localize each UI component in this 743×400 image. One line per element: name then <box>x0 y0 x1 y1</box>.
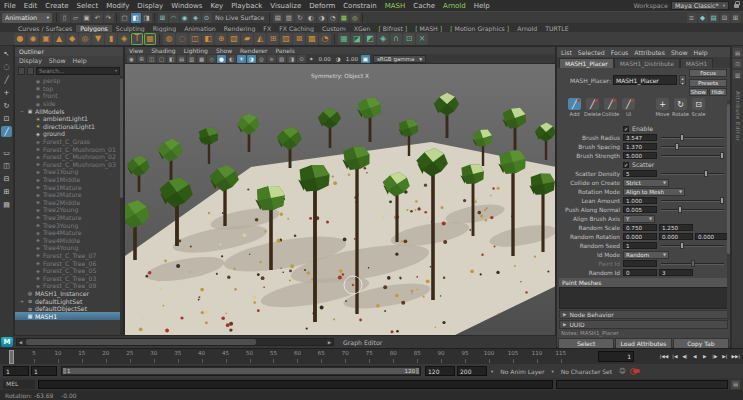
extrude-tool-icon[interactable]: ▧ <box>228 33 240 45</box>
slider-handle[interactable] <box>680 134 684 141</box>
mash-paint-icon[interactable]: ◪ <box>351 33 363 45</box>
poly-cylinder-icon[interactable]: ▮ <box>105 33 117 45</box>
slider[interactable] <box>661 242 724 249</box>
shelf-tab-polygons[interactable]: Polygons <box>76 25 112 32</box>
value-field[interactable]: 0.005 <box>623 206 657 213</box>
viewport-scene-svg[interactable] <box>125 64 555 335</box>
placer-rotate-tool[interactable]: ↻Rotate <box>673 98 688 124</box>
section-uuid[interactable]: ▶UUID <box>559 320 728 329</box>
combine-tool-icon[interactable]: ◧ <box>202 33 214 45</box>
shelf-tab-animation[interactable]: Animation <box>180 25 220 32</box>
value-field[interactable]: 0.000 <box>623 233 657 240</box>
ae-menu-focus[interactable]: Focus <box>611 49 629 56</box>
workspace-select[interactable]: Maya Classic* ▾ <box>671 1 729 10</box>
slider-handle[interactable] <box>675 143 679 150</box>
outliner-item-Tree3Mature[interactable]: ◈Tree3Mature <box>15 214 123 222</box>
focus-button[interactable]: Focus <box>689 69 727 77</box>
placer-scale-tool[interactable]: ⊡Scale <box>691 98 706 124</box>
ae-menu-attributes[interactable]: Attributes <box>634 49 665 56</box>
wireframe-icon[interactable]: ◇ <box>207 55 216 63</box>
time-slider[interactable]: 1 |◀◀|◀◀|◀▶|▶▶|▶▶| 510152025303540455055… <box>0 348 743 364</box>
outliner-item-Forest_C_Tree_05[interactable]: ◈Forest_C_Tree_05 <box>15 267 123 275</box>
ae-tab-MASH1_Distribute[interactable]: MASH1_Distribute <box>614 58 680 68</box>
outliner-item-top[interactable]: ◉top <box>15 85 123 93</box>
menu-display[interactable]: Display <box>133 2 167 10</box>
attribute-editor-scrollbar[interactable] <box>727 100 730 320</box>
shelf-tab-rigging[interactable]: Rigging <box>149 25 180 32</box>
safe-title-icon[interactable]: ▦ <box>197 55 206 63</box>
shelf-tab-sculpting[interactable]: Sculpting <box>112 25 149 32</box>
placer-delete-tool[interactable]: ╱Delete <box>585 98 600 124</box>
isolate-select-icon[interactable]: ⊙ <box>297 55 306 63</box>
outliner-item-defaultObjectSet[interactable]: ⊚defaultObjectSet <box>15 305 123 313</box>
outliner-item-side[interactable]: ◉side <box>15 100 123 108</box>
shelf-tab-curves-surfaces[interactable]: Curves / Surfaces <box>14 25 76 32</box>
menu-help[interactable]: Help <box>470 2 494 10</box>
outliner-item-Tree2Middle[interactable]: ◈Tree2Middle <box>15 199 123 207</box>
xray-icon[interactable]: ◨ <box>287 55 296 63</box>
range-slider[interactable]: 1 120 <box>61 366 421 376</box>
viewport-menu-view[interactable]: View <box>129 47 143 54</box>
viewport-menu-show[interactable]: Show <box>216 47 232 54</box>
outliner-item-Forest_C_Mushroom_03[interactable]: ◈Forest_C_Mushroom_03 <box>15 161 123 169</box>
current-frame-marker[interactable] <box>9 350 14 364</box>
construction-history-icon[interactable]: ↻ <box>295 13 305 23</box>
multicut-tool-icon[interactable]: ◭ <box>254 33 266 45</box>
lights-icon[interactable]: ☀ <box>237 55 246 63</box>
poly-cube-icon[interactable]: ▣ <box>40 33 52 45</box>
mash-placer-brush-tool[interactable]: ╱ <box>1 126 12 137</box>
scroll-left-icon[interactable]: ◀ <box>17 340 24 345</box>
expand-icon[interactable]: − <box>19 109 25 114</box>
viewport-menu-shading[interactable]: Shading <box>151 47 175 54</box>
menu-mash[interactable]: MASH <box>381 2 410 10</box>
value-field[interactable]: 0.000 <box>695 233 729 240</box>
mash-flight-icon[interactable]: ◈ <box>377 33 389 45</box>
value-field[interactable]: 1 <box>623 242 657 249</box>
value-field[interactable]: 5 <box>623 170 657 177</box>
outliner-item-ground[interactable]: ◈ground <box>15 130 123 138</box>
step-back-key-icon[interactable]: |◀ <box>670 351 679 362</box>
shadows-icon[interactable]: ◑ <box>247 55 256 63</box>
textured-icon[interactable]: ◐ <box>227 55 236 63</box>
layout-two-pane-stacked[interactable]: ⊟ <box>1 173 12 184</box>
range-handle-left[interactable] <box>63 368 66 374</box>
current-frame-field[interactable]: 1 <box>598 351 634 362</box>
slider-handle[interactable] <box>680 242 684 249</box>
slider-handle[interactable] <box>720 197 724 204</box>
ae-menu-show[interactable]: Show <box>671 49 688 56</box>
sort-icon[interactable]: ≡ <box>687 13 697 23</box>
outliner-scrollbar[interactable] <box>120 76 123 335</box>
redo-icon[interactable]: ↷ <box>104 13 114 23</box>
shaded-icon[interactable]: ● <box>217 55 226 63</box>
render-settings-icon[interactable]: ◔ <box>328 13 338 23</box>
slider[interactable] <box>661 134 724 141</box>
command-input[interactable] <box>38 380 553 389</box>
shelf-tab-custom[interactable]: Custom <box>318 25 350 32</box>
paint-select-tool[interactable]: ╱ <box>1 74 12 85</box>
screenspace-ao-icon[interactable]: ◎ <box>257 55 266 63</box>
play-backwards-icon[interactable]: ◀ <box>690 351 699 362</box>
slider-handle[interactable] <box>678 206 682 213</box>
bridge-tool-icon[interactable]: ⊠ <box>293 33 305 45</box>
hypershade-icon[interactable]: ◎ <box>350 13 360 23</box>
outliner-item-Tree2Young[interactable]: ◈Tree2Young <box>15 206 123 214</box>
snap-surface-icon[interactable]: ⊙ <box>202 13 212 23</box>
ae-menu-help[interactable]: Help <box>694 49 708 56</box>
checkbox[interactable]: ✓ <box>623 126 629 132</box>
channel-box-tab-icon[interactable]: ▥ <box>733 70 742 79</box>
poly-cone-icon[interactable]: ▲ <box>53 33 65 45</box>
paint-meshes-list[interactable] <box>559 287 728 309</box>
pin-icon[interactable]: ◆ <box>698 13 708 23</box>
shelf-tab-xgen[interactable]: XGen <box>350 25 375 32</box>
horizontal-scrollbar[interactable]: ◀ ▶ <box>16 338 334 346</box>
sculpt-tool-icon[interactable]: ◍ <box>163 33 175 45</box>
lock-icon[interactable] <box>734 4 739 8</box>
outliner-item-persp[interactable]: ◉persp <box>15 77 123 85</box>
filter2-icon[interactable] <box>27 67 34 75</box>
dropdown-id-mode[interactable]: Random▼ <box>623 251 669 259</box>
ae-tab-MASH1[interactable]: MASH1 <box>680 58 713 68</box>
menu-constrain[interactable]: Constrain <box>339 2 381 10</box>
load-prev-next-buttons[interactable]: ▴▾ <box>679 75 686 85</box>
select-tool[interactable]: ↖ <box>1 48 12 59</box>
color-management-icon[interactable]: ▣ <box>361 55 370 63</box>
